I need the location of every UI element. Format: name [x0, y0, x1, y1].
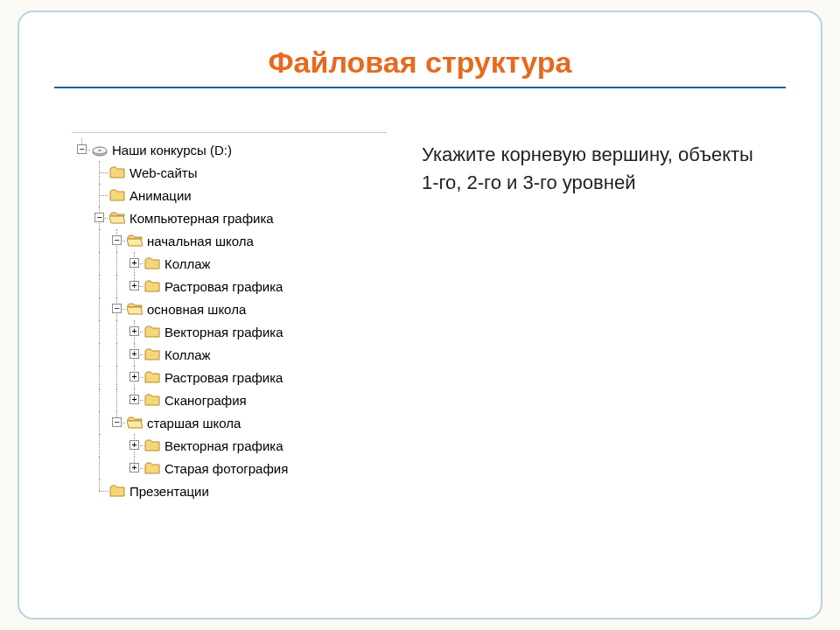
- title-area: Файловая структура: [19, 12, 821, 97]
- expander-minus-icon[interactable]: −: [112, 235, 122, 245]
- expander-plus-icon[interactable]: +: [130, 326, 139, 336]
- expander-plus-icon[interactable]: +: [130, 349, 139, 359]
- folder-icon: [108, 164, 126, 180]
- folder-icon: [144, 438, 161, 453]
- node-label: Растровая графика: [164, 279, 283, 294]
- node-label: Компьютерная графика: [130, 211, 274, 226]
- node-label: Презентации: [130, 484, 209, 499]
- expander-minus-icon[interactable]: −: [112, 417, 122, 427]
- tree-node[interactable]: − начальная школа: [74, 229, 387, 252]
- tree-node[interactable]: + Сканография: [74, 388, 387, 411]
- tree-node[interactable]: + Векторная графика: [74, 320, 387, 343]
- slide-frame: Файловая структура − Наши конкурсы (D:): [18, 10, 822, 620]
- tree-node-root[interactable]: − Наши конкурсы (D:): [74, 138, 387, 161]
- expander-plus-icon[interactable]: +: [130, 463, 139, 472]
- node-label: Растровая графика: [164, 370, 283, 385]
- node-label: Старая фотография: [164, 461, 288, 476]
- expander-plus-icon[interactable]: +: [130, 395, 139, 404]
- tree-node[interactable]: + Векторная графика: [74, 434, 387, 457]
- task-text-panel: Укажите корневую вершину, объекты 1-го, …: [387, 132, 786, 508]
- node-label: Сканография: [164, 393, 247, 408]
- expander-plus-icon[interactable]: +: [130, 372, 139, 382]
- expander-plus-icon[interactable]: +: [130, 281, 139, 290]
- folder-open-icon: [126, 301, 144, 317]
- tree-node[interactable]: + Коллаж: [74, 343, 387, 366]
- tree-node[interactable]: − Компьютерная графика: [74, 206, 387, 229]
- folder-icon: [144, 256, 161, 271]
- folder-icon: [144, 392, 161, 408]
- tree-node[interactable]: − старшая школа: [74, 411, 387, 434]
- node-label: Коллаж: [164, 347, 211, 362]
- folder-open-icon: [108, 210, 126, 226]
- node-label: Наши конкурсы (D:): [112, 143, 232, 158]
- tree-node[interactable]: Web-сайты: [74, 161, 387, 184]
- node-label: старшая школа: [147, 416, 241, 430]
- node-label: основная школа: [147, 302, 246, 317]
- tree-node[interactable]: − основная школа: [74, 298, 387, 320]
- task-text: Укажите корневую вершину, объекты 1-го, …: [422, 141, 760, 197]
- drive-icon: [91, 142, 108, 158]
- expander-minus-icon[interactable]: −: [112, 304, 122, 313]
- file-tree: − Наши конкурсы (D:) Web-сайты: [72, 132, 387, 508]
- svg-point-2: [98, 150, 102, 151]
- folder-icon: [144, 460, 161, 476]
- tree-node[interactable]: Презентации: [74, 480, 387, 502]
- node-label: начальная школа: [147, 234, 254, 248]
- node-label: Векторная графика: [164, 325, 284, 340]
- expander-minus-icon[interactable]: −: [77, 144, 87, 154]
- folder-icon: [144, 346, 161, 362]
- node-label: Векторная графика: [164, 438, 284, 453]
- tree-node[interactable]: + Старая фотография: [74, 457, 387, 480]
- folder-icon: [108, 187, 126, 203]
- expander-minus-icon[interactable]: −: [94, 213, 104, 222]
- expander-plus-icon[interactable]: +: [130, 258, 139, 268]
- expander-plus-icon[interactable]: +: [130, 440, 139, 450]
- tree-node[interactable]: + Растровая графика: [74, 275, 387, 298]
- folder-icon: [144, 369, 161, 385]
- node-label: Коллаж: [164, 256, 211, 271]
- tree-node[interactable]: + Коллаж: [74, 252, 387, 275]
- folder-open-icon: [126, 415, 144, 430]
- folder-open-icon: [126, 233, 144, 248]
- slide-title: Файловая структура: [54, 46, 786, 80]
- folder-icon: [108, 483, 126, 499]
- node-label: Web-сайты: [130, 165, 197, 180]
- tree-node[interactable]: Анимации: [74, 184, 387, 206]
- node-label: Анимации: [130, 188, 192, 203]
- folder-icon: [144, 324, 161, 340]
- folder-icon: [144, 278, 161, 294]
- content-area: − Наши конкурсы (D:) Web-сайты: [19, 97, 821, 508]
- tree-node[interactable]: + Растровая графика: [74, 366, 387, 388]
- title-underline: [54, 87, 786, 88]
